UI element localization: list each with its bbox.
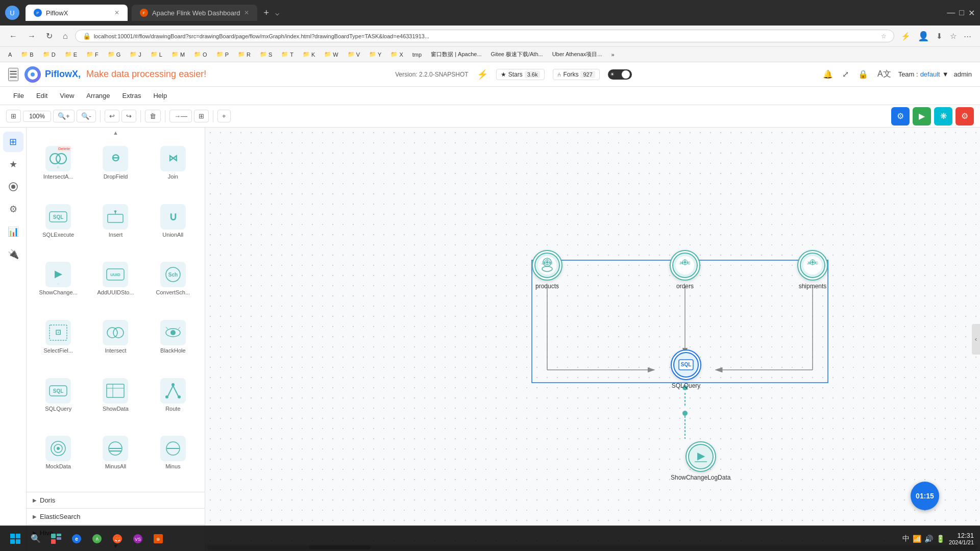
zoom-in-button[interactable]: 🔍+	[53, 110, 75, 122]
comp-union-all[interactable]: ∪ UnionAll	[145, 200, 201, 256]
hamburger-button[interactable]: ☰	[8, 68, 18, 81]
arrange-button[interactable]: ⊞	[194, 110, 209, 122]
node-orders[interactable]: JDBC orders	[670, 250, 700, 290]
zoom-display[interactable]: 100%	[23, 111, 51, 122]
sidebar-item-home[interactable]: ⊞	[3, 132, 23, 152]
bookmark-p[interactable]: 📁P	[213, 50, 232, 59]
tray-wifi[interactable]: 📶	[913, 535, 921, 543]
bookmark-f[interactable]: 📁F	[83, 50, 102, 59]
node-sql-query[interactable]: SQL SQLQuery	[671, 349, 701, 389]
node-products[interactable]: JDBC products	[532, 250, 562, 290]
bookmark-tmp[interactable]: tmp	[409, 51, 425, 59]
start-button[interactable]	[6, 530, 24, 548]
tray-volume[interactable]: 🔊	[924, 535, 933, 543]
close-button[interactable]: ✕	[968, 8, 975, 18]
node-show-change-log[interactable]: ▶ ShowChangeLogData	[671, 441, 730, 481]
lock-icon[interactable]: 🔒	[856, 67, 870, 81]
sidebar-item-layers[interactable]	[3, 177, 23, 197]
maximize-button[interactable]: □	[959, 8, 964, 17]
comp-show-data[interactable]: ShowData	[88, 374, 143, 430]
comp-sql-execute[interactable]: SQL SQLExecute	[31, 200, 86, 256]
redo-button[interactable]: ↪	[121, 110, 136, 122]
comp-mock-data[interactable]: MockData	[31, 432, 86, 488]
stars-button[interactable]: ★ Stars 3.6k	[496, 69, 545, 80]
bookmark-gitee[interactable]: Gitee 极速下载/Ath...	[488, 49, 546, 59]
taskbar-app1[interactable]: e	[67, 530, 86, 548]
translate-icon[interactable]: A文	[875, 67, 893, 82]
comp-route[interactable]: Route	[145, 374, 201, 430]
bookmark-o[interactable]: 📁O	[191, 50, 210, 59]
comp-minus-all[interactable]: MinusAll	[88, 432, 143, 488]
comp-sql-query[interactable]: SQL SQLQuery	[31, 374, 86, 430]
comp-blackhole[interactable]: BlackHole	[145, 316, 201, 372]
bookmark-k[interactable]: 📁K	[300, 50, 318, 59]
menu-help[interactable]: Help	[148, 90, 172, 102]
tab-flink[interactable]: F Apache Flink Web Dashboard ✕	[132, 5, 257, 21]
team-selector[interactable]: Team : default ▼	[898, 70, 949, 78]
right-collapse-handle[interactable]: ‹	[972, 324, 980, 355]
profile-nav-icon[interactable]: 👤	[915, 29, 932, 43]
zoom-out-button[interactable]: 🔍-	[77, 110, 96, 122]
taskbar-app4[interactable]: VS	[129, 530, 147, 548]
sidebar-item-chart[interactable]: 📊	[3, 221, 23, 242]
bookmark-s[interactable]: 📁S	[257, 50, 275, 59]
forks-button[interactable]: ⑃ Forks 927	[553, 69, 599, 80]
comp-show-change[interactable]: ▶ _ ShowChange...	[31, 258, 86, 314]
tray-keyboard[interactable]: 中	[902, 534, 910, 543]
bookmark-j[interactable]: 📁J	[127, 50, 144, 59]
menu-extras[interactable]: Extras	[117, 90, 146, 102]
panel-scroll-up[interactable]: ▲	[27, 128, 205, 138]
comp-insert[interactable]: Insert	[88, 200, 143, 256]
menu-file[interactable]: File	[8, 90, 29, 102]
bookmark-a[interactable]: A	[5, 51, 15, 59]
undo-button[interactable]: ↩	[105, 110, 119, 122]
taskbar-app3[interactable]: 🦊	[108, 530, 127, 548]
dark-mode-toggle[interactable]: ☀	[608, 69, 632, 80]
menu-edit[interactable]: Edit	[31, 90, 53, 102]
bookmark-w[interactable]: 📁W	[321, 50, 341, 59]
comp-drop-field[interactable]: ⊖ DropField	[88, 142, 143, 198]
bookmark-e[interactable]: 📁E	[62, 50, 80, 59]
bookmark-l[interactable]: 📁L	[148, 50, 165, 59]
more-icon[interactable]: ⋯	[961, 30, 974, 42]
cluster-action-button[interactable]: ❋	[934, 107, 952, 126]
node-shipments[interactable]: JDBC shipments	[797, 250, 828, 290]
bookmark-more[interactable]: »	[608, 51, 618, 59]
comp-convert-sch[interactable]: Sch ConvertSch...	[145, 258, 201, 314]
canvas-area[interactable]: JDBC products JDBC	[205, 128, 980, 551]
bookmark-uber[interactable]: Uber Athenax项目...	[549, 49, 605, 59]
bookmark-x[interactable]: 📁X	[387, 50, 406, 59]
reload-button[interactable]: ↻	[43, 29, 56, 43]
bookmark-g[interactable]: 📁G	[105, 50, 124, 59]
delete-button[interactable]: 🗑	[145, 110, 161, 122]
bookmark-b[interactable]: 📁B	[18, 50, 36, 59]
taskbar-widgets[interactable]	[47, 530, 65, 548]
menu-view[interactable]: View	[55, 90, 79, 102]
comp-select-field[interactable]: ⊡ SelectFiel...	[31, 316, 86, 372]
bell-icon[interactable]: 🔔	[821, 67, 835, 81]
profile-icon[interactable]: U	[5, 6, 19, 20]
bookmark-v[interactable]: 📁V	[345, 50, 363, 59]
bookmark-icon[interactable]: ☆	[947, 30, 959, 42]
bookmark-d[interactable]: 📁D	[40, 50, 59, 59]
comp-minus[interactable]: Minus	[145, 432, 201, 488]
taskbar-search[interactable]: 🔍	[27, 530, 45, 548]
forward-button[interactable]: →	[24, 30, 39, 43]
tab-dropdown-arrow[interactable]: ⌵	[275, 9, 279, 17]
comp-intersect-a[interactable]: ∩ Delete IntersectA...	[31, 142, 86, 198]
taskbar-app5[interactable]: ⊗	[149, 530, 167, 548]
run-action-button[interactable]: ▶	[913, 107, 931, 126]
time-display[interactable]: 12:31 2024/1/21	[949, 532, 974, 545]
download-icon[interactable]: ⬇	[934, 30, 945, 42]
config-action-button[interactable]: ⚙	[891, 107, 910, 126]
sidebar-item-plugins[interactable]: 🔌	[3, 244, 23, 264]
tray-battery[interactable]: 🔋	[936, 535, 945, 543]
collapse-elasticsearch-header[interactable]: ▶ ElasticSearch	[27, 509, 205, 524]
comp-intersect[interactable]: Intersect	[88, 316, 143, 372]
tab-close-flink[interactable]: ✕	[244, 9, 249, 16]
add-element-button[interactable]: +	[217, 110, 231, 122]
bookmark-window-data[interactable]: 窗口数据 | Apache...	[428, 49, 484, 59]
tab-piflowx[interactable]: P PiflowX ✕	[26, 5, 128, 21]
comp-join[interactable]: ⋈ Join	[145, 142, 201, 198]
github-icon[interactable]: ⚡	[477, 69, 488, 80]
